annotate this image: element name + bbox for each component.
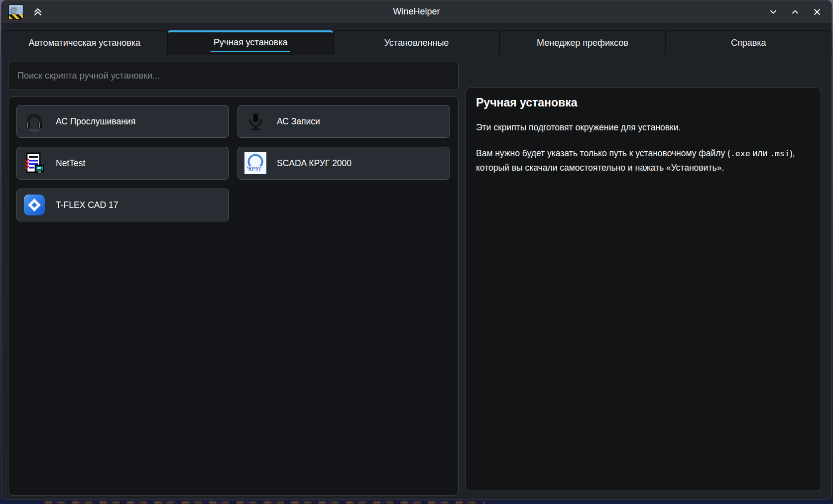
tab-label: Автоматическая установка [28, 38, 140, 48]
script-card-as-proslushivaniya[interactable]: АС Прослушивания [16, 105, 229, 138]
microphone-icon [244, 110, 267, 133]
keep-above-icon[interactable] [31, 5, 44, 18]
headphones-icon [23, 110, 46, 133]
info-paragraph-2: Вам нужно будет указать только путь к ус… [476, 146, 811, 175]
tab-installed[interactable]: Установленные [334, 30, 499, 55]
tflex-logo-icon [23, 194, 46, 216]
svg-text:КРУГ: КРУГ [248, 166, 263, 172]
content-area: АС Прослушивания АС Запи [1, 55, 832, 500]
hazard-stripes [9, 14, 23, 19]
krug-logo-icon: КРУГ [244, 152, 267, 175]
tab-bar: Автоматическая установка Ручная установк… [1, 30, 832, 55]
tab-help[interactable]: Справка [666, 30, 832, 55]
script-label: SCADA КРУГ 2000 [277, 158, 352, 169]
winehelper-window: ⚙ ⚙ WineHelper [1, 0, 832, 500]
script-card-scada-krug-2000[interactable]: КРУГ SCADA КРУГ 2000 [238, 147, 450, 180]
tab-label: Менеджер префиксов [537, 38, 628, 48]
tab-prefix-manager[interactable]: Менеджер префиксов [499, 30, 665, 55]
titlebar[interactable]: ⚙ ⚙ WineHelper [1, 0, 832, 23]
search-input[interactable] [8, 62, 459, 90]
checklist-document-icon [23, 152, 46, 175]
script-label: АС Записи [277, 116, 320, 127]
background-window-sliver [45, 502, 484, 504]
maximize-button[interactable] [788, 4, 803, 19]
script-label: NetTest [56, 158, 85, 169]
paragraph-text: или [750, 148, 770, 158]
minimize-button[interactable] [766, 4, 781, 19]
msi-extension-text: .msi [770, 149, 790, 158]
script-card-tflex-cad-17[interactable]: T-FLEX CAD 17 [16, 189, 229, 221]
tab-automatic-install[interactable]: Автоматическая установка [1, 30, 167, 55]
tab-label: Установленные [384, 38, 449, 48]
tab-label: Ручная установка [211, 36, 291, 52]
scripts-grid: АС Прослушивания АС Запи [16, 105, 450, 221]
window-title: WineHelper [1, 6, 832, 17]
script-card-nettest[interactable]: NetTest [16, 147, 229, 180]
close-button[interactable] [810, 4, 825, 19]
script-card-as-zapisi[interactable]: АС Записи [238, 105, 450, 138]
script-label: T-FLEX CAD 17 [56, 200, 118, 210]
tab-label: Справка [731, 38, 766, 48]
app-icon: ⚙ ⚙ [8, 4, 23, 19]
exe-extension-text: .exe [730, 149, 750, 158]
paragraph-text: Вам нужно будет указать только путь к ус… [476, 148, 730, 158]
info-paragraph-1: Эти скрипты подготовят окружение для уст… [476, 120, 811, 134]
script-label: АС Прослушивания [56, 116, 135, 127]
tab-manual-install[interactable]: Ручная установка [167, 30, 333, 55]
info-panel-title: Ручная установка [476, 96, 811, 109]
left-column: АС Прослушивания АС Запи [8, 62, 459, 496]
info-panel: Ручная установка Эти скрипты подготовят … [466, 88, 821, 491]
scripts-list-panel: АС Прослушивания АС Запи [8, 97, 459, 496]
